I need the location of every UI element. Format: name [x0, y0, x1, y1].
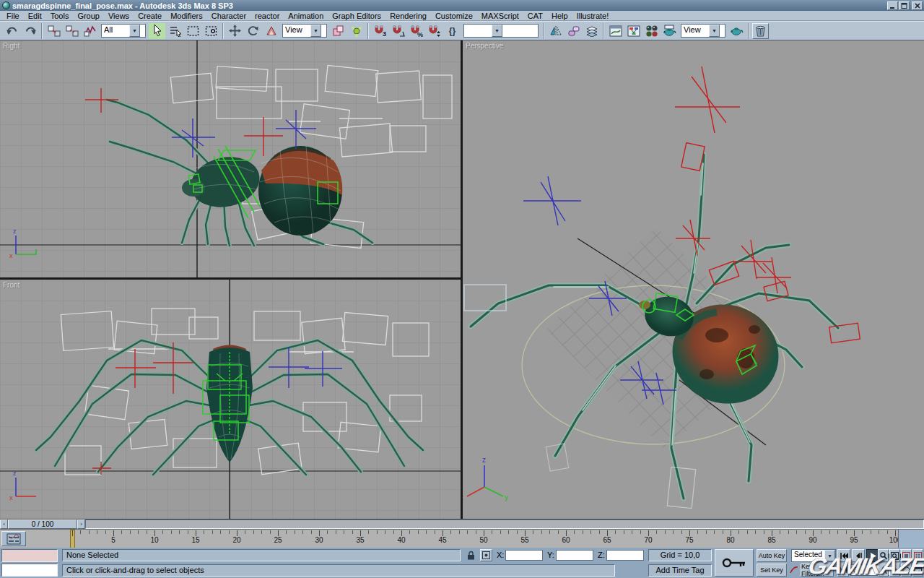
next-arrow-icon: › — [80, 521, 82, 527]
selection-filter-dropdown[interactable]: All ▼ — [101, 24, 146, 38]
selection-lock-toggle[interactable] — [465, 549, 477, 561]
menu-item-create[interactable]: Create — [134, 12, 166, 20]
align-button[interactable] — [565, 23, 582, 39]
time-slider-track[interactable] — [85, 519, 924, 529]
menu-item-rendering[interactable]: Rendering — [385, 12, 431, 20]
redo-icon — [24, 25, 37, 37]
curve-editor-button[interactable] — [607, 23, 624, 39]
trackbar-tick — [796, 530, 797, 534]
menu-item-help[interactable]: Help — [547, 12, 572, 20]
select-and-manipulate-button[interactable] — [348, 23, 365, 39]
prompt-line: Click or click-and-drag to select object… — [62, 564, 615, 577]
trackbar-tick — [450, 530, 451, 534]
viewport-front[interactable]: z x Front — [0, 280, 461, 519]
trackbar-tick — [862, 530, 863, 534]
time-slider-next-button[interactable]: › — [77, 519, 85, 529]
trackbar-tick — [673, 530, 674, 534]
menu-item-tools[interactable]: Tools — [46, 12, 74, 20]
rectangular-selection-region-button[interactable] — [185, 23, 201, 39]
select-and-rotate-button[interactable] — [245, 23, 261, 39]
trackbar-tick — [435, 530, 435, 534]
select-by-name-button[interactable] — [167, 23, 183, 39]
trackbar-tick — [772, 530, 772, 536]
viewport-right-canvas[interactable]: z x — [0, 40, 461, 277]
spinner-snap-toggle-button[interactable] — [426, 23, 443, 39]
dropdown-arrow-icon[interactable]: ▼ — [709, 25, 720, 37]
menu-item-file[interactable]: File — [2, 12, 24, 20]
dropdown-arrow-icon[interactable]: ▼ — [310, 25, 321, 37]
viewport-perspective-label[interactable]: Perspective — [466, 42, 503, 50]
x-coord-field[interactable] — [505, 550, 543, 561]
add-time-tag[interactable]: Add Time Tag — [648, 564, 712, 577]
viewport-right-label[interactable]: Right — [3, 42, 19, 50]
keyboard-shortcut-override-button[interactable]: {} — [444, 23, 461, 39]
maximize-button[interactable] — [899, 1, 910, 10]
angle-snap-toggle-button[interactable] — [390, 23, 406, 39]
viewport-front-canvas[interactable]: z x — [0, 280, 461, 519]
menu-item-group[interactable]: Group — [73, 12, 104, 20]
viewport-right[interactable]: z x Right — [0, 40, 461, 277]
time-slider-handle[interactable]: 0 / 100 — [8, 519, 77, 529]
render-type-dropdown[interactable]: View ▼ — [681, 24, 725, 38]
close-button[interactable] — [912, 1, 923, 10]
maxscript-mini-listener-pink[interactable] — [1, 549, 58, 562]
undo-button[interactable] — [4, 23, 20, 39]
set-keys-button[interactable] — [715, 549, 754, 577]
trackbar-tick — [788, 530, 789, 534]
select-and-link-button[interactable] — [45, 23, 62, 39]
named-selection-sets-dropdown[interactable]: ▼ — [463, 24, 539, 38]
menu-item-modifiers[interactable]: Modifiers — [166, 12, 207, 20]
trackbar-tick — [615, 530, 616, 534]
menu-item-character[interactable]: Character — [207, 12, 250, 20]
mirror-button[interactable] — [547, 23, 564, 39]
viewport-perspective[interactable]: z x y Perspective — [463, 40, 924, 519]
select-object-button[interactable] — [149, 23, 165, 39]
trackbar-ruler[interactable]: 5101520253035404550556065707580859095100 — [72, 530, 895, 548]
unlink-selection-button[interactable] — [64, 23, 80, 39]
dropdown-arrow-icon[interactable]: ▼ — [129, 25, 140, 37]
menu-item-edit[interactable]: Edit — [24, 12, 46, 20]
bind-space-warp-icon — [84, 25, 97, 37]
trackbar-tick — [665, 530, 666, 534]
schematic-view-button[interactable] — [625, 23, 642, 39]
percent-snap-toggle-button[interactable]: % — [408, 23, 424, 39]
layer-manager-button[interactable] — [583, 23, 600, 39]
menu-item-animation[interactable]: Animation — [284, 12, 328, 20]
set-key-button[interactable]: Set Key — [757, 564, 787, 577]
minimize-button[interactable] — [887, 1, 898, 10]
select-and-scale-button[interactable] — [263, 23, 279, 39]
material-editor-button[interactable] — [643, 23, 660, 39]
use-pivot-point-center-button[interactable] — [330, 23, 346, 39]
maxscript-mini-listener-white[interactable] — [1, 564, 58, 577]
auto-key-button[interactable]: Auto Key — [757, 549, 787, 562]
bind-to-space-warp-button[interactable] — [82, 23, 98, 39]
y-coord-field[interactable] — [556, 550, 593, 561]
menu-item-illustrate[interactable]: Illustrate! — [572, 12, 614, 20]
absolute-offset-mode-toggle[interactable] — [480, 549, 492, 561]
mini-curve-editor-button[interactable] — [1, 531, 26, 546]
reference-coordinate-system-dropdown[interactable]: View ▼ — [282, 24, 327, 38]
time-slider-prev-button[interactable]: ‹ — [0, 519, 8, 529]
menu-item-graph-editors[interactable]: Graph Editors — [328, 12, 385, 20]
z-coord-field[interactable] — [606, 550, 644, 561]
delete-trash-button[interactable] — [752, 23, 769, 39]
window-crossing-toggle-button[interactable] — [203, 23, 219, 39]
viewport-perspective-canvas[interactable]: z x y — [463, 40, 924, 519]
default-tangent-button[interactable] — [789, 565, 799, 575]
menu-item-customize[interactable]: Customize — [431, 12, 477, 20]
snaps-toggle-button[interactable]: 3 — [372, 23, 388, 39]
track-bar[interactable]: 5101520253035404550556065707580859095100 — [0, 529, 924, 548]
render-type-value: View — [681, 25, 709, 37]
trackbar-tick — [895, 530, 896, 536]
trackbar-tick — [854, 530, 855, 536]
render-scene-button[interactable] — [661, 23, 678, 39]
redo-button[interactable] — [22, 23, 38, 39]
menu-item-maxscript[interactable]: MAXScript — [477, 12, 523, 20]
menu-item-cat[interactable]: CAT — [523, 12, 547, 20]
dropdown-arrow-icon[interactable]: ▼ — [492, 25, 502, 37]
quick-render-button[interactable] — [728, 23, 745, 39]
viewport-front-label[interactable]: Front — [3, 281, 19, 289]
menu-item-reactor[interactable]: reactor — [250, 12, 284, 20]
menu-item-views[interactable]: Views — [104, 12, 134, 20]
select-and-move-button[interactable] — [227, 23, 243, 39]
